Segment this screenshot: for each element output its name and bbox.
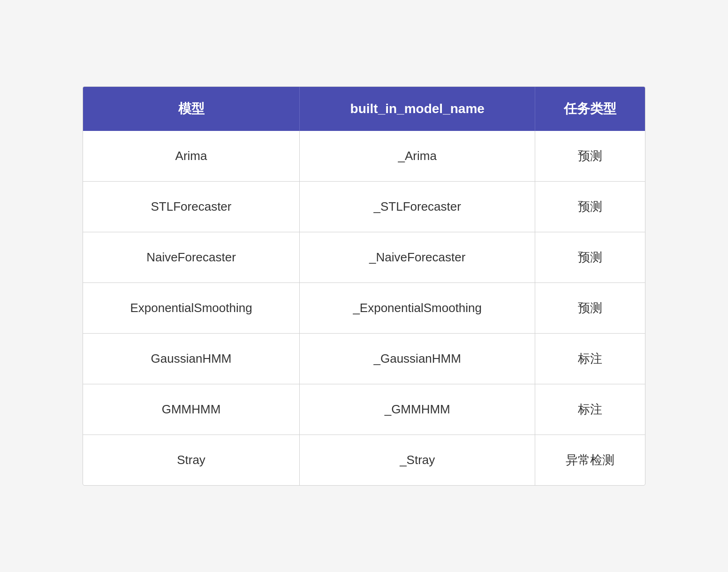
table-row: STLForecaster_STLForecaster预测 xyxy=(83,182,645,232)
cell-task-type: 预测 xyxy=(535,283,645,334)
cell-model: GaussianHMM xyxy=(83,334,300,384)
header-task-type: 任务类型 xyxy=(535,87,645,131)
cell-built-in-model-name: _GMMHMM xyxy=(300,384,535,435)
cell-built-in-model-name: _STLForecaster xyxy=(300,182,535,232)
cell-task-type: 预测 xyxy=(535,131,645,182)
table-row: GaussianHMM_GaussianHMM标注 xyxy=(83,334,645,384)
table-row: ExponentialSmoothing_ExponentialSmoothin… xyxy=(83,283,645,334)
cell-built-in-model-name: _Arima xyxy=(300,131,535,182)
table-row: Arima_Arima预测 xyxy=(83,131,645,182)
cell-task-type: 预测 xyxy=(535,182,645,232)
cell-built-in-model-name: _GaussianHMM xyxy=(300,334,535,384)
cell-model: Stray xyxy=(83,435,300,486)
table-row: Stray_Stray异常检测 xyxy=(83,435,645,486)
cell-model: STLForecaster xyxy=(83,182,300,232)
cell-task-type: 预测 xyxy=(535,232,645,283)
cell-model: Arima xyxy=(83,131,300,182)
header-model: 模型 xyxy=(83,87,300,131)
cell-task-type: 标注 xyxy=(535,384,645,435)
cell-built-in-model-name: _ExponentialSmoothing xyxy=(300,283,535,334)
table-row: NaiveForecaster_NaiveForecaster预测 xyxy=(83,232,645,283)
header-built-in-model-name: built_in_model_name xyxy=(300,87,535,131)
cell-model: GMMHMM xyxy=(83,384,300,435)
cell-model: ExponentialSmoothing xyxy=(83,283,300,334)
cell-built-in-model-name: _NaiveForecaster xyxy=(300,232,535,283)
cell-built-in-model-name: _Stray xyxy=(300,435,535,486)
cell-task-type: 异常检测 xyxy=(535,435,645,486)
main-table-container: 模型 built_in_model_name 任务类型 Arima_Arima预… xyxy=(83,86,645,486)
model-table: 模型 built_in_model_name 任务类型 Arima_Arima预… xyxy=(83,87,645,485)
table-row: GMMHMM_GMMHMM标注 xyxy=(83,384,645,435)
cell-model: NaiveForecaster xyxy=(83,232,300,283)
table-header-row: 模型 built_in_model_name 任务类型 xyxy=(83,87,645,131)
cell-task-type: 标注 xyxy=(535,334,645,384)
